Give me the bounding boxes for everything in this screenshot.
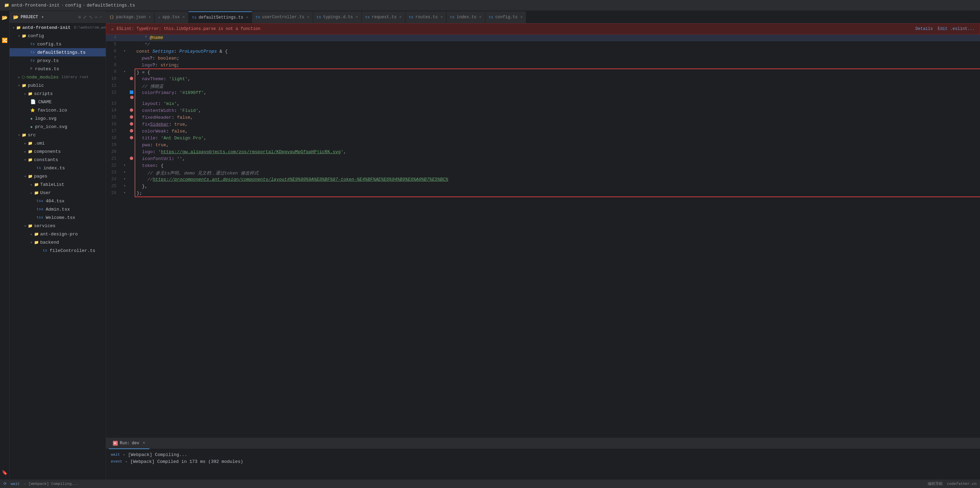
sidebar-item-services[interactable]: ▾ 📁 services [10,222,106,230]
svg-icon: ◈ [30,125,33,129]
refresh-icon[interactable]: ⟳ [3,482,6,486]
gutter2 [128,62,135,69]
sidebar-item-index-ts[interactable]: ts index.ts [10,164,106,172]
close-icon[interactable]: × [520,15,523,19]
close-icon[interactable]: × [183,15,185,19]
commit-activity-icon[interactable]: 🔀 [1,37,9,44]
tab-label: typings.d.ts [323,15,353,20]
tab-index-ts[interactable]: ts index.ts × [447,11,485,23]
sidebar-item-404[interactable]: tsx 404.tsx [10,197,106,205]
breakpoint-dot[interactable] [130,77,133,80]
sidebar-item-config[interactable]: ▾ 📁 config [10,32,106,40]
tab-typings-d-ts[interactable]: ts typings.d.ts × [313,11,362,23]
sidebar-item-admin[interactable]: tsx Admin.tsx [10,205,106,213]
sidebar-item-node-modules[interactable]: ▸ ⬡ node_modules library root [10,73,106,81]
error-icon: ⚠ [111,26,114,32]
sidebar-item-umi[interactable]: ▸ 📁 .umi [10,139,106,147]
fold-arrow[interactable]: ▾ [124,70,126,74]
breakpoint-dot[interactable] [130,157,133,160]
table-row: 19 pwa: true, [106,142,980,149]
close-icon[interactable]: × [307,15,309,19]
table-row: 25 ▾ }, [106,183,980,190]
ts-icon: ts [409,15,414,19]
settings-icon[interactable]: – [99,14,102,20]
sidebar-item-ant-design-pro[interactable]: ▸ 📁 ant-design-pro [10,230,106,238]
sidebar-item-defaultSettings[interactable]: ts defaultSettings.ts [10,48,106,56]
gutter2 [128,190,135,197]
code-editor[interactable]: 4 * @name 5 */ 6 [106,34,980,438]
breakpoint-dot[interactable] [130,129,133,132]
bookmark-activity-icon[interactable]: 🔖 [1,469,9,476]
breakpoint-dot[interactable] [130,122,133,126]
fold-arrow[interactable]: ▾ [124,170,126,174]
code-line: }, [135,183,980,190]
breakpoint-dot[interactable] [130,108,133,112]
close-icon[interactable]: × [246,16,248,20]
fold-arrow[interactable]: ▾ [124,164,126,167]
sidebar-item-user[interactable]: ▸ 📁 User [10,189,106,197]
tab-userController-ts[interactable]: ts userController.ts × [252,11,313,23]
folder-icon: 📁 [28,224,33,228]
tab-defaultSettings-ts[interactable]: ts defaultSettings.ts × [189,11,252,23]
sidebar-item-pages[interactable]: ▾ 📁 pages [10,172,106,180]
expand-arrow: ▸ [30,232,33,237]
sidebar-item-components[interactable]: ▸ 📁 components [10,147,106,156]
sidebar-item-tablelist[interactable]: ▸ 📁 TableList [10,180,106,189]
line-number: 18 [106,135,121,142]
ts-icon: ts [192,16,197,20]
tab-routes-ts[interactable]: ts routes.ts × [406,11,447,23]
breakpoint-dot[interactable] [130,115,133,119]
sidebar-item-cname[interactable]: 📄 CNAME [10,98,106,106]
breakpoint-dot[interactable] [130,136,133,139]
breadcrumb-file: defaultSettings.ts [87,3,135,8]
tab-package-json[interactable]: {} package.json × [106,11,154,23]
table-row: 4 * @name [106,34,980,41]
close-icon[interactable]: × [356,15,358,19]
project-root[interactable]: ▾ 📁 antd-frontend-init D:\webstrom_works… [10,24,106,32]
sidebar-item-welcome[interactable]: tsx Welcome.tsx [10,213,106,222]
run-tab[interactable]: ▶ Run: dev × [109,438,150,449]
expand-icon[interactable]: ⤢ [83,14,87,20]
sidebar-item-scripts[interactable]: ▸ 📁 scripts [10,89,106,98]
breakpoint-dot[interactable] [130,96,134,99]
fold-arrow[interactable]: ▾ [124,191,126,195]
error-details-link[interactable]: Details [916,27,933,31]
error-edit-link[interactable]: Edit .eslint... [938,27,975,31]
sidebar-header-icons: ⊙ ⤢ ⤡ ⋯ – [78,14,102,20]
collapse-icon[interactable]: ⤡ [89,14,92,20]
close-icon[interactable]: × [399,15,402,19]
tab-request-ts[interactable]: ts request.ts × [362,11,406,23]
error-message: ESLint: TypeError: this.libOptions.parse… [117,27,261,31]
close-icon[interactable]: × [441,15,443,19]
sidebar-item-config-ts[interactable]: ts config.ts [10,40,106,48]
run-tab-close[interactable]: × [143,441,145,446]
code-line: fixedHeader: false, [135,114,980,121]
line-number: 5 [106,41,121,48]
svg-icon: ◈ [30,116,33,121]
close-icon[interactable]: × [149,15,151,19]
sidebar-item-proxy[interactable]: ts proxy.ts [10,56,106,65]
sidebar-item-favicon[interactable]: ⭐ favicon.ico [10,106,106,114]
dropdown-icon[interactable]: ▾ [41,15,44,19]
tab-app-tsx[interactable]: ⚛ app.tsx × [154,11,189,23]
expand-arrow: ▸ [30,191,33,195]
sidebar-item-backend[interactable]: ▾ 📁 backend [10,238,106,246]
sidebar-item-pro-icon[interactable]: ◈ pro_icon.svg [10,122,106,131]
fold-arrow[interactable]: ▾ [124,184,126,188]
sidebar-item-fileController[interactable]: ts fileController.ts [10,246,106,255]
project-activity-icon[interactable]: 📂 [1,14,9,21]
sidebar-item-logo-svg[interactable]: ◈ logo.svg [10,114,106,122]
fold-arrow[interactable]: ▾ [124,177,126,181]
sidebar-item-public[interactable]: ▾ 📁 public [10,81,106,89]
more-icon[interactable]: ⋯ [95,14,97,20]
locate-icon[interactable]: ⊙ [78,14,81,20]
sidebar-item-src[interactable]: ▾ 📁 src [10,131,106,139]
fold-arrow[interactable]: ▾ [124,49,126,53]
table-row: 14 contentWidth: 'Fluid', [106,107,980,114]
close-icon[interactable]: × [479,15,482,19]
tab-config-ts[interactable]: ts config.ts × [485,11,527,23]
sidebar-item-constants[interactable]: ▾ 📁 constants [10,156,106,164]
sidebar-item-routes[interactable]: F routes.ts [10,65,106,73]
ts-icon: ts [30,59,35,63]
line-number: 16 [106,121,121,128]
